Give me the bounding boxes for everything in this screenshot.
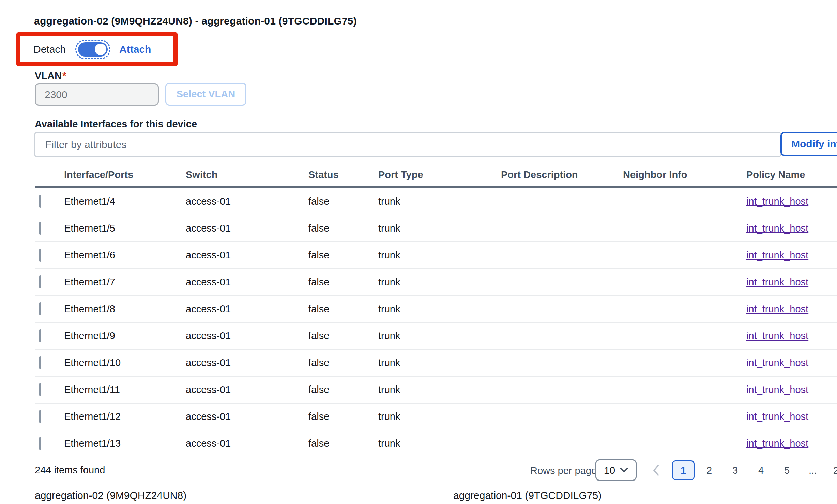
policy-link[interactable]: int_trunk_host [746,357,808,368]
cell-status: false [308,330,378,342]
cell-interface: Ethernet1/13 [64,438,186,449]
cell-switch: access-01 [186,357,308,368]
required-asterisk: * [62,70,66,81]
pagination-page-4[interactable]: 4 [750,460,772,480]
cell-port-type: trunk [378,330,501,342]
cell-switch: access-01 [186,411,308,422]
vlan-label-text: VLAN [35,70,62,81]
row-checkbox[interactable] [39,356,41,369]
row-checkbox-cell [35,330,64,342]
attach-detach-toggle[interactable] [78,42,108,57]
table-row: Ethernet1/7 access-01 false trunk int_tr… [35,269,837,296]
cell-status: false [308,223,378,234]
cell-switch: access-01 [186,438,308,449]
vlan-label: VLAN* [35,70,66,81]
device-label-right: aggregation-01 (9TGCDDILG75) [453,490,602,501]
pagination-prev-button[interactable] [649,462,663,478]
table-row: Ethernet1/10 access-01 false trunk int_t… [35,350,837,377]
cell-port-type: trunk [378,303,501,315]
rows-per-page-select[interactable]: 10 [595,459,637,481]
table-row: Ethernet1/12 access-01 false trunk int_t… [35,404,837,430]
header-port-description: Port Description [501,169,623,180]
table-row: Ethernet1/13 access-01 false trunk int_t… [35,430,837,457]
cell-interface: Ethernet1/9 [64,330,186,342]
select-vlan-button[interactable]: Select VLAN [165,83,246,106]
cell-interface: Ethernet1/10 [64,357,186,368]
cell-policy-name: int_trunk_host [746,357,837,368]
cell-switch: access-01 [186,330,308,342]
vlan-value-field[interactable]: 2300 [35,83,159,106]
rows-per-page-label: Rows per page [530,465,597,476]
cell-policy-name: int_trunk_host [746,330,837,342]
cell-status: false [308,411,378,422]
policy-link[interactable]: int_trunk_host [746,384,808,395]
row-checkbox[interactable] [39,329,41,342]
row-checkbox-cell [35,223,64,234]
row-checkbox[interactable] [39,437,41,450]
interfaces-table: Interface/Ports Switch Status Port Type … [35,163,837,457]
row-checkbox-cell [35,250,64,261]
row-checkbox[interactable] [39,275,41,288]
policy-link[interactable]: int_trunk_host [746,223,808,234]
detach-label: Detach [33,44,66,55]
cell-interface: Ethernet1/7 [64,277,186,288]
table-row: Ethernet1/11 access-01 false trunk int_t… [35,377,837,404]
cell-port-type: trunk [378,438,501,449]
row-checkbox-cell [35,196,64,207]
row-checkbox[interactable] [39,302,41,315]
chevron-left-icon [653,464,659,476]
row-checkbox-cell [35,411,64,422]
table-row: Ethernet1/4 access-01 false trunk int_tr… [35,188,837,215]
row-checkbox[interactable] [39,195,41,208]
policy-link[interactable]: int_trunk_host [746,196,808,207]
chevron-down-icon [620,468,628,473]
header-interface-ports: Interface/Ports [64,169,186,180]
cell-port-type: trunk [378,277,501,288]
cell-port-type: trunk [378,196,501,207]
cell-port-type: trunk [378,411,501,422]
cell-status: false [308,384,378,395]
cell-interface: Ethernet1/8 [64,303,186,315]
cell-switch: access-01 [186,277,308,288]
filter-input[interactable] [34,132,781,157]
pagination-page-2[interactable]: 2 [698,460,720,480]
row-checkbox[interactable] [39,410,41,423]
row-checkbox-cell [35,303,64,315]
row-checkbox[interactable] [39,222,41,235]
modify-interfaces-button-label: Modify interfaces [791,138,837,150]
table-row: Ethernet1/5 access-01 false trunk int_tr… [35,215,837,242]
policy-link[interactable]: int_trunk_host [746,411,808,422]
cell-status: false [308,438,378,449]
device-label-left: aggregation-02 (9M9QHZ24UN8) [35,490,186,501]
policy-link[interactable]: int_trunk_host [746,277,808,287]
pagination-ellipsis: ... [802,460,824,480]
cell-switch: access-01 [186,250,308,261]
cell-policy-name: int_trunk_host [746,438,837,449]
row-checkbox[interactable] [39,383,41,396]
row-checkbox[interactable] [39,249,41,262]
header-switch: Switch [186,169,308,180]
pagination-page-3[interactable]: 3 [724,460,746,480]
policy-link[interactable]: int_trunk_host [746,250,808,261]
pagination-page-1[interactable]: 1 [672,460,695,480]
pagination-page-25[interactable]: 25 [827,460,837,480]
policy-link[interactable]: int_trunk_host [746,303,808,314]
row-checkbox-cell [35,438,64,449]
cell-switch: access-01 [186,384,308,395]
cell-interface: Ethernet1/12 [64,411,186,422]
attach-label: Attach [119,44,151,55]
cell-port-type: trunk [378,250,501,261]
cell-interface: Ethernet1/11 [64,384,186,395]
cell-status: false [308,277,378,288]
cell-port-type: trunk [378,357,501,368]
policy-link[interactable]: int_trunk_host [746,438,808,449]
table-row: Ethernet1/9 access-01 false trunk int_tr… [35,323,837,350]
cell-interface: Ethernet1/4 [64,196,186,207]
vlan-value: 2300 [45,89,67,100]
row-checkbox-cell [35,384,64,395]
table-body: Ethernet1/4 access-01 false trunk int_tr… [35,188,837,457]
pagination-page-5[interactable]: 5 [776,460,798,480]
policy-link[interactable]: int_trunk_host [746,330,808,341]
highlight-frame: Detach Attach [16,32,178,66]
modify-interfaces-button[interactable]: Modify interfaces [780,132,837,156]
